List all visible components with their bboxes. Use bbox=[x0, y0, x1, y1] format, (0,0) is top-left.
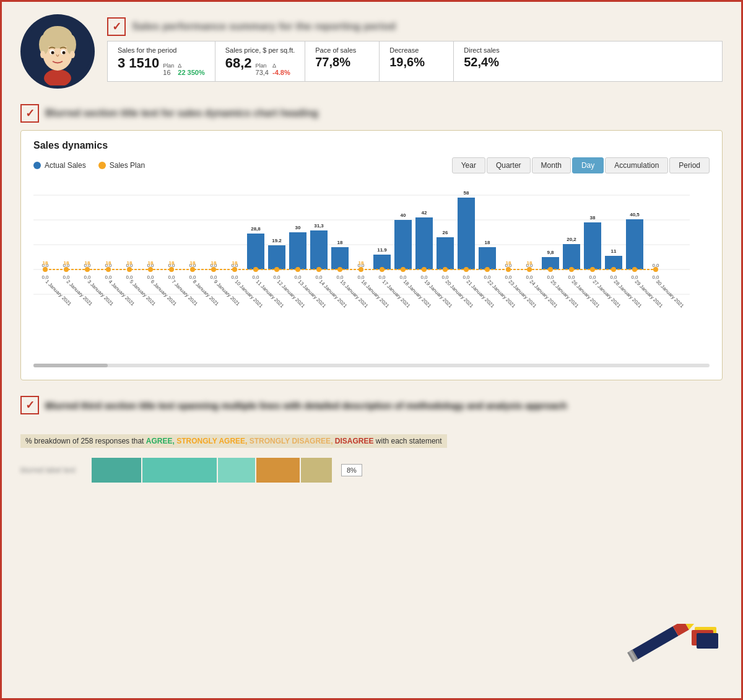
svg-rect-50 bbox=[268, 245, 285, 269]
stat-sales-delta-value: 22 350% bbox=[178, 69, 204, 76]
svg-point-142 bbox=[506, 267, 511, 272]
stat-price-plan-label: Plan bbox=[256, 63, 267, 69]
svg-point-136 bbox=[380, 267, 385, 272]
svg-point-122 bbox=[85, 267, 90, 272]
svg-point-138 bbox=[422, 267, 427, 272]
svg-rect-47 bbox=[247, 234, 264, 269]
disagree-text: DISAGREE bbox=[335, 437, 374, 445]
svg-point-124 bbox=[127, 267, 132, 272]
svg-text:11: 11 bbox=[611, 248, 617, 254]
stat-sales-plan-value: 16 bbox=[163, 69, 170, 76]
strongly-agree-text: STRONGLY AGREE, bbox=[176, 437, 247, 445]
svg-text:9,8: 9,8 bbox=[547, 250, 554, 255]
top-content: ✓ Sales performance summary for the repo… bbox=[107, 14, 723, 82]
svg-text:19.2: 19.2 bbox=[272, 238, 282, 243]
stat-sales-delta-label: Δ bbox=[178, 63, 181, 69]
percent-badge: 8% bbox=[341, 464, 362, 476]
svg-point-134 bbox=[337, 267, 342, 272]
svg-text:18: 18 bbox=[190, 260, 196, 266]
svg-point-123 bbox=[106, 267, 111, 272]
top-section: ✓ Sales performance summary for the repo… bbox=[2, 2, 741, 95]
bar-seg-5 bbox=[301, 458, 332, 483]
strongly-disagree-text: STRONGLY DISAGREE, bbox=[250, 437, 333, 445]
chart-scrollbar[interactable] bbox=[33, 364, 710, 367]
stat-decrease-label: Decrease bbox=[389, 46, 443, 54]
legend-dot-actual bbox=[33, 162, 41, 169]
chart-tab-group[interactable]: Year Quarter Month Day Accumulation Peri… bbox=[452, 157, 710, 173]
stat-price-delta-value: -4.8% bbox=[272, 69, 290, 76]
second-section: ✓ Blurred section title text for sales d… bbox=[2, 95, 741, 387]
svg-point-130 bbox=[253, 267, 258, 272]
stat-direct: Direct sales 52,4% bbox=[454, 42, 528, 81]
chart-title: Sales dynamics bbox=[33, 140, 710, 151]
svg-text:18: 18 bbox=[148, 260, 154, 266]
stat-sales-main: 3 1510 bbox=[118, 55, 159, 71]
tab-accumulation[interactable]: Accumulation bbox=[605, 157, 668, 173]
svg-text:18: 18 bbox=[337, 240, 343, 245]
svg-point-145 bbox=[569, 267, 574, 272]
stat-pace-label: Pace of sales bbox=[315, 46, 369, 54]
chart-svg: 0,0 0,0 0,0 0,0 0,0 0,0 0,0 0,0 0,0 0,0 bbox=[33, 183, 690, 356]
chart-container: Sales dynamics Actual Sales Sales Plan Y… bbox=[20, 130, 723, 380]
stat-price-delta: Δ -4.8% bbox=[272, 63, 290, 76]
svg-point-132 bbox=[295, 267, 300, 272]
svg-rect-188 bbox=[697, 633, 718, 649]
svg-rect-56 bbox=[310, 230, 328, 269]
svg-point-11 bbox=[70, 51, 75, 58]
pencil-decoration bbox=[599, 624, 723, 686]
section2-header: ✓ Blurred section title text for sales d… bbox=[20, 104, 723, 123]
svg-text:58: 58 bbox=[464, 190, 469, 196]
stat-price-plan-value: 73,4 bbox=[256, 69, 269, 76]
stat-pace: Pace of sales 77,8% bbox=[305, 42, 380, 81]
svg-point-147 bbox=[611, 267, 616, 272]
svg-text:18: 18 bbox=[64, 260, 69, 266]
breakdown-prefix: % breakdown of 258 responses that bbox=[25, 437, 144, 445]
stat-sales-plan-label: Plan bbox=[163, 63, 174, 69]
bar-seg-3 bbox=[218, 458, 255, 483]
tab-quarter[interactable]: Quarter bbox=[487, 157, 531, 173]
checkbox-3: ✓ bbox=[20, 396, 39, 414]
svg-rect-101 bbox=[626, 219, 643, 269]
svg-text:18: 18 bbox=[527, 260, 532, 266]
tab-period[interactable]: Period bbox=[669, 157, 710, 173]
svg-point-129 bbox=[232, 267, 237, 272]
svg-point-121 bbox=[64, 267, 69, 272]
svg-rect-180 bbox=[630, 626, 678, 661]
stat-price-main: 68,2 bbox=[225, 55, 252, 71]
checkmark-1: ✓ bbox=[112, 20, 121, 33]
svg-point-126 bbox=[169, 267, 174, 272]
legend-dot-plan bbox=[98, 162, 106, 169]
svg-rect-74 bbox=[437, 237, 454, 269]
chart-legend: Actual Sales Sales Plan bbox=[33, 161, 145, 170]
stat-price-sub: Plan 73,4 bbox=[256, 63, 269, 76]
stat-decrease: Decrease 19,6% bbox=[380, 42, 454, 81]
svg-text:38: 38 bbox=[590, 215, 596, 221]
breakdown-bars-row: blurred label text 8% bbox=[20, 458, 723, 483]
scrollbar-thumb[interactable] bbox=[33, 364, 108, 367]
stat-pace-value: 77,8% bbox=[315, 55, 350, 69]
section1-title: Sales performance summary for the report… bbox=[132, 20, 396, 33]
stat-sales-period: Sales for the period 3 1510 Plan 16 Δ 22… bbox=[108, 42, 215, 81]
svg-rect-53 bbox=[289, 232, 306, 269]
svg-point-131 bbox=[274, 267, 279, 272]
svg-rect-71 bbox=[415, 217, 433, 269]
svg-text:18: 18 bbox=[506, 260, 511, 266]
tab-year[interactable]: Year bbox=[452, 157, 485, 173]
section3-title: Blurred third section title text spannin… bbox=[45, 399, 567, 412]
svg-text:18: 18 bbox=[232, 260, 238, 266]
svg-point-9 bbox=[63, 51, 66, 55]
tab-month[interactable]: Month bbox=[532, 157, 571, 173]
svg-point-143 bbox=[527, 267, 532, 272]
svg-point-120 bbox=[43, 267, 48, 272]
stat-sales-sub: Plan 16 bbox=[163, 63, 174, 76]
svg-point-140 bbox=[464, 267, 469, 272]
svg-point-139 bbox=[443, 267, 448, 272]
tab-day[interactable]: Day bbox=[572, 157, 604, 173]
stat-price-delta-label: Δ bbox=[272, 63, 276, 69]
checkmark-3: ✓ bbox=[25, 398, 35, 412]
svg-text:18: 18 bbox=[43, 260, 48, 266]
section2-title: Blurred section title text for sales dyn… bbox=[45, 108, 318, 119]
bar-group bbox=[92, 458, 332, 483]
stat-sales-delta: Δ 22 350% bbox=[178, 63, 204, 76]
svg-rect-92 bbox=[563, 244, 580, 269]
